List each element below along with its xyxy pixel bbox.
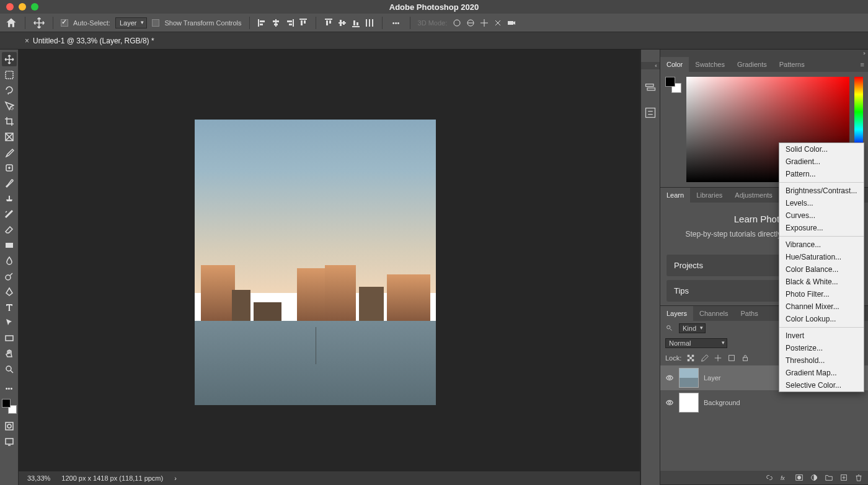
- path-selection-tool[interactable]: [2, 315, 17, 330]
- screen-mode-icon[interactable]: [2, 434, 17, 448]
- eraser-tool[interactable]: [2, 222, 17, 237]
- rectangular-marquee-tool[interactable]: [2, 68, 17, 82]
- visibility-icon[interactable]: [665, 398, 674, 407]
- menu-item[interactable]: Color Balance...: [779, 263, 864, 276]
- layer-item[interactable]: Background: [660, 390, 868, 415]
- collapse-panels-icon[interactable]: ››: [660, 50, 868, 57]
- menu-item[interactable]: Vibrance...: [779, 238, 864, 251]
- menu-item[interactable]: Posterize...: [779, 342, 864, 354]
- show-transform-checkbox[interactable]: [152, 19, 159, 27]
- align-top-icon[interactable]: [298, 18, 308, 28]
- blur-tool[interactable]: [2, 253, 17, 268]
- rectangle-tool[interactable]: [2, 331, 17, 345]
- align-v-bottom-icon[interactable]: [351, 18, 361, 28]
- menu-item[interactable]: Selective Color...: [779, 379, 864, 391]
- align-left-icon[interactable]: [257, 18, 267, 28]
- minimize-window[interactable]: [19, 3, 26, 11]
- align-v-center-icon[interactable]: [337, 18, 347, 28]
- menu-item[interactable]: Gradient Map...: [779, 367, 864, 379]
- eyedropper-tool[interactable]: [2, 145, 17, 159]
- layer-name[interactable]: Background: [704, 399, 740, 406]
- tab-layers[interactable]: Layers: [660, 306, 693, 321]
- new-layer-icon[interactable]: [839, 473, 848, 482]
- menu-item[interactable]: Invert: [779, 330, 864, 342]
- hand-tool[interactable]: [2, 346, 17, 360]
- status-zoom[interactable]: 33,33%: [27, 474, 50, 482]
- layer-mask-icon[interactable]: [795, 473, 804, 482]
- status-chevron-icon[interactable]: ›: [174, 474, 177, 482]
- auto-select-dropdown[interactable]: Layer: [115, 17, 148, 28]
- menu-item[interactable]: Levels...: [779, 197, 864, 209]
- menu-item[interactable]: Exposure...: [779, 222, 864, 234]
- menu-item[interactable]: Black & White...: [779, 276, 864, 288]
- home-icon[interactable]: [5, 17, 17, 29]
- align-right-icon[interactable]: [285, 18, 294, 28]
- more-options-icon[interactable]: •••: [390, 17, 402, 29]
- menu-item[interactable]: Solid Color...: [779, 143, 864, 155]
- delete-layer-icon[interactable]: [854, 473, 863, 482]
- align-center-h-icon[interactable]: [271, 18, 281, 28]
- spot-healing-tool[interactable]: [2, 160, 17, 175]
- document-tab[interactable]: × Untitled-1 @ 33,3% (Layer, RGB/8) *: [22, 37, 157, 45]
- lock-all-icon[interactable]: [741, 354, 750, 362]
- tab-gradients[interactable]: Gradients: [731, 57, 773, 72]
- document-canvas[interactable]: [195, 120, 436, 405]
- menu-item[interactable]: Gradient...: [779, 155, 864, 168]
- align-v-top-icon[interactable]: [324, 18, 334, 28]
- tab-swatches[interactable]: Swatches: [689, 57, 731, 72]
- menu-item[interactable]: Channel Mixer...: [779, 300, 864, 313]
- adjustment-layer-icon[interactable]: [810, 473, 818, 482]
- menu-item[interactable]: Photo Filter...: [779, 288, 864, 300]
- search-filter-icon[interactable]: [665, 324, 674, 333]
- pen-tool[interactable]: [2, 284, 17, 299]
- zoom-tool[interactable]: [2, 362, 17, 376]
- foreground-background-swatch[interactable]: [2, 399, 17, 414]
- properties-panel-icon[interactable]: [644, 107, 657, 119]
- menu-item[interactable]: Brightness/Contrast...: [779, 185, 864, 197]
- dodge-tool[interactable]: [2, 269, 17, 283]
- collapse-dock-icon[interactable]: ‹‹: [641, 62, 660, 69]
- tab-learn[interactable]: Learn: [660, 188, 690, 203]
- tab-color[interactable]: Color: [660, 57, 689, 72]
- layer-fx-icon[interactable]: fx: [780, 473, 789, 482]
- menu-item[interactable]: Threshold...: [779, 354, 864, 367]
- menu-item[interactable]: Hue/Saturation...: [779, 251, 864, 263]
- zoom-window[interactable]: [31, 3, 38, 11]
- color-swatch-picker[interactable]: [665, 77, 681, 93]
- adjustment-layer-menu[interactable]: Solid Color...Gradient...Pattern...Brigh…: [779, 142, 864, 392]
- history-brush-tool[interactable]: [2, 207, 17, 221]
- type-tool[interactable]: [2, 300, 17, 314]
- new-group-icon[interactable]: [825, 473, 833, 482]
- move-tool[interactable]: [2, 52, 17, 66]
- canvas-area[interactable]: 33,33% 1200 px x 1418 px (118,11 ppcm) ›: [19, 50, 640, 485]
- distribute-icon[interactable]: [365, 18, 374, 28]
- lasso-tool[interactable]: [2, 83, 17, 97]
- close-tab-icon[interactable]: ×: [25, 37, 29, 45]
- tab-channels[interactable]: Channels: [693, 306, 734, 321]
- tab-paths[interactable]: Paths: [735, 306, 764, 321]
- layer-name[interactable]: Layer: [704, 374, 721, 382]
- move-tool-icon[interactable]: [33, 17, 45, 29]
- tab-libraries[interactable]: Libraries: [690, 188, 728, 203]
- brush-tool[interactable]: [2, 176, 17, 190]
- lock-pixels-icon[interactable]: [700, 354, 709, 362]
- filter-kind-dropdown[interactable]: Kind: [679, 323, 706, 333]
- layer-thumbnail[interactable]: [679, 393, 699, 413]
- lock-position-icon[interactable]: [714, 354, 722, 362]
- close-window[interactable]: [6, 3, 14, 11]
- lock-artboard-icon[interactable]: [727, 354, 736, 362]
- auto-select-checkbox[interactable]: [61, 19, 68, 27]
- blend-mode-dropdown[interactable]: Normal: [665, 338, 727, 348]
- edit-toolbar-icon[interactable]: •••: [2, 381, 17, 395]
- menu-item[interactable]: Color Lookup...: [779, 313, 864, 325]
- frame-tool[interactable]: [2, 129, 17, 144]
- menu-item[interactable]: Pattern...: [779, 168, 864, 180]
- tab-patterns[interactable]: Patterns: [773, 57, 811, 72]
- quick-selection-tool[interactable]: [2, 98, 17, 113]
- history-panel-icon[interactable]: [644, 82, 657, 94]
- status-dimensions[interactable]: 1200 px x 1418 px (118,11 ppcm): [61, 474, 163, 482]
- clone-stamp-tool[interactable]: [2, 191, 17, 206]
- layer-thumbnail[interactable]: [679, 368, 699, 388]
- crop-tool[interactable]: [2, 114, 17, 128]
- visibility-icon[interactable]: [665, 374, 674, 382]
